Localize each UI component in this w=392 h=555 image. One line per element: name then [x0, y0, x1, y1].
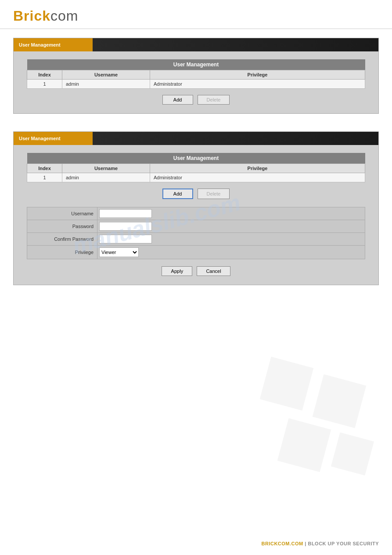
btn-row-2: Add Delete — [27, 189, 365, 199]
confirm-password-input[interactable] — [99, 235, 152, 243]
password-input[interactable] — [99, 222, 152, 231]
col-privilege-1: Privilege — [150, 70, 365, 80]
svg-rect-2 — [277, 418, 331, 472]
apply-button[interactable]: Apply — [162, 266, 192, 276]
logo-com: com — [50, 8, 78, 24]
footer-separator: | — [303, 541, 308, 546]
cell-privilege-2: Administrator — [150, 173, 365, 182]
logo-brick: Brick — [13, 8, 50, 24]
add-button-2[interactable]: Add — [162, 189, 193, 199]
bg-decoration — [238, 335, 392, 511]
cell-index: 1 — [27, 80, 62, 89]
username-field-cell — [97, 207, 365, 220]
table-title-1: User Management — [27, 59, 365, 70]
privilege-field-cell: Viewer Operator Administrator — [97, 246, 365, 259]
svg-rect-3 — [331, 432, 374, 475]
form-row-password: Password — [27, 220, 365, 233]
panel-body-2: User Management Index Username Privilege… — [14, 145, 378, 285]
col-privilege-2: Privilege — [150, 164, 365, 173]
cell-username-2: admin — [62, 173, 150, 182]
col-index-1: Index — [27, 70, 62, 80]
form-row-privilege: Privilege Viewer Operator Administrator — [27, 246, 365, 259]
main-content: User Management User Management Index Us… — [0, 29, 392, 312]
delete-button-1[interactable]: Delete — [198, 95, 230, 105]
col-username-1: Username — [62, 70, 150, 80]
confirm-password-label: Confirm Password — [27, 233, 97, 246]
panel-user-management-1: User Management User Management Index Us… — [13, 38, 379, 114]
panel-user-management-2: User Management User Management Index Us… — [13, 131, 379, 285]
col-index-2: Index — [27, 164, 62, 173]
form-row-username: Username — [27, 207, 365, 220]
form-row-confirm-password: Confirm Password — [27, 233, 365, 246]
cell-username: admin — [62, 80, 150, 89]
logo: Brickcom — [13, 8, 379, 24]
svg-rect-1 — [313, 374, 366, 428]
password-label: Password — [27, 220, 97, 233]
add-user-form: Username Password Confirm Password — [27, 207, 365, 276]
btn-row-1: Add Delete — [27, 95, 365, 105]
user-table-1: User Management Index Username Privilege… — [27, 59, 365, 89]
footer: BRICKCOM.COM | BLOCK UP YOUR SECURITY — [262, 541, 379, 546]
privilege-select[interactable]: Viewer Operator Administrator — [99, 247, 139, 257]
panel-title-1: User Management — [19, 42, 61, 47]
cancel-button[interactable]: Cancel — [197, 266, 230, 276]
footer-site: BRICKCOM.COM — [262, 541, 303, 546]
cell-index-2: 1 — [27, 173, 62, 182]
delete-button-2[interactable]: Delete — [198, 189, 230, 199]
table-row: 1 admin Administrator — [27, 173, 365, 182]
cell-privilege: Administrator — [150, 80, 365, 89]
table-row: 1 admin Administrator — [27, 80, 365, 89]
username-input[interactable] — [99, 209, 152, 218]
svg-rect-0 — [260, 357, 313, 410]
username-label: Username — [27, 207, 97, 220]
panel-title-2: User Management — [19, 136, 61, 141]
table-title-2: User Management — [27, 153, 365, 164]
confirm-password-field-cell — [97, 233, 365, 246]
panel-header-2: User Management — [14, 132, 378, 145]
header: Brickcom — [0, 0, 392, 29]
footer-tagline: BLOCK UP YOUR SECURITY — [308, 541, 379, 546]
form-btn-row: Apply Cancel — [27, 266, 365, 276]
add-button-1[interactable]: Add — [162, 95, 193, 105]
form-table: Username Password Confirm Password — [27, 207, 365, 259]
user-table-2: User Management Index Username Privilege… — [27, 153, 365, 182]
panel-header-1: User Management — [14, 38, 378, 51]
panel-body-1: User Management Index Username Privilege… — [14, 51, 378, 113]
privilege-label: Privilege — [27, 246, 97, 259]
password-field-cell — [97, 220, 365, 233]
col-username-2: Username — [62, 164, 150, 173]
